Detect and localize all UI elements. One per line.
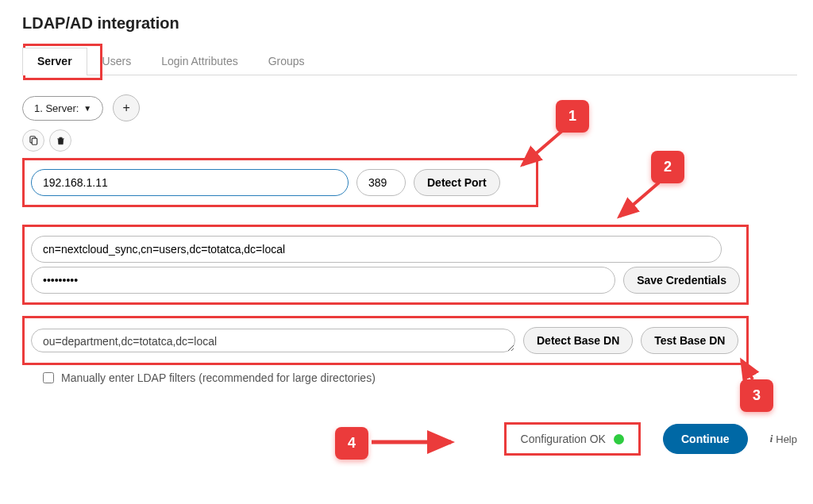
trash-icon	[56, 136, 66, 146]
tabs: Server Users Login Attributes Groups	[22, 47, 797, 75]
callout-arrow-3	[738, 357, 762, 381]
bind-dn-input[interactable]	[31, 236, 722, 263]
callout-box-1: Detect Port	[22, 158, 538, 207]
port-input[interactable]	[356, 169, 406, 196]
callout-badge-3: 3	[740, 379, 773, 412]
detect-base-dn-button[interactable]: Detect Base DN	[523, 327, 633, 354]
host-input[interactable]	[31, 169, 349, 196]
manual-filters-label: Manually enter LDAP filters (recommended…	[61, 371, 376, 384]
callout-box-3: Detect Base DN Test Base DN	[22, 316, 749, 365]
help-link[interactable]: i Help	[770, 433, 797, 445]
svg-line-3	[619, 183, 659, 217]
callout-badge-4: 4	[335, 427, 368, 460]
tab-users[interactable]: Users	[87, 48, 147, 75]
help-label: Help	[776, 433, 797, 445]
callout-arrow-4	[370, 433, 457, 452]
copy-icon	[28, 135, 39, 146]
detect-port-button[interactable]: Detect Port	[414, 169, 500, 196]
callout-arrow-2	[611, 179, 667, 226]
base-dn-input[interactable]	[31, 329, 515, 352]
continue-button[interactable]: Continue	[663, 424, 748, 454]
add-server-button[interactable]: +	[113, 94, 140, 121]
server-select-label: 1. Server:	[34, 102, 79, 114]
status-ok-icon	[614, 434, 624, 444]
password-input[interactable]	[31, 267, 615, 294]
test-base-dn-button[interactable]: Test Base DN	[641, 327, 738, 354]
callout-box-2: Save Credentials	[22, 225, 749, 305]
page-title: LDAP/AD integration	[22, 14, 797, 33]
tab-server[interactable]: Server	[22, 48, 87, 75]
svg-line-4	[742, 360, 753, 379]
delete-config-button[interactable]	[49, 129, 71, 152]
configuration-status: Configuration OK	[504, 422, 641, 456]
save-credentials-button[interactable]: Save Credentials	[623, 267, 740, 294]
configuration-status-text: Configuration OK	[521, 433, 606, 445]
chevron-down-icon: ▼	[83, 104, 91, 113]
copy-config-button[interactable]	[22, 129, 44, 152]
tab-groups[interactable]: Groups	[253, 48, 320, 75]
svg-line-2	[522, 131, 562, 165]
tab-login-attributes[interactable]: Login Attributes	[146, 48, 253, 75]
callout-arrow-1	[514, 127, 570, 175]
info-icon: i	[770, 433, 773, 445]
manual-filters-checkbox[interactable]	[43, 372, 54, 383]
server-select[interactable]: 1. Server: ▼	[22, 96, 103, 121]
svg-rect-1	[32, 138, 37, 144]
